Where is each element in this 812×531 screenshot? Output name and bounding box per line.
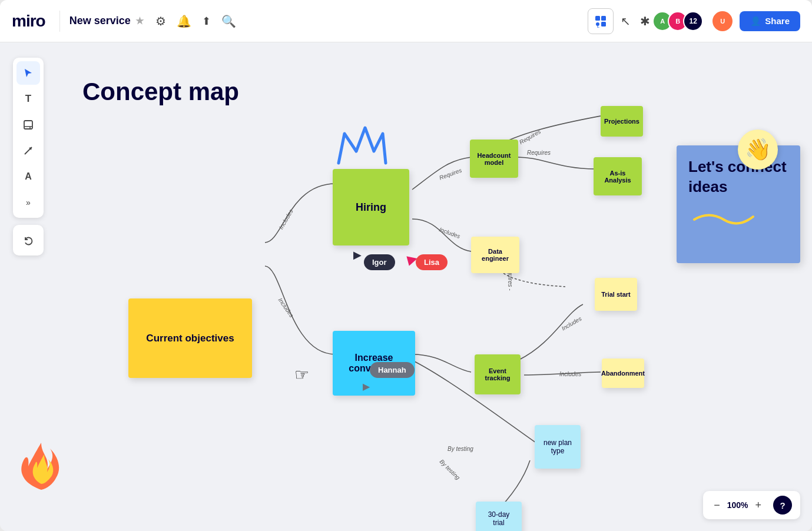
sticky-event-tracking[interactable]: Event tracking — [475, 354, 521, 394]
canvas-title: Concept map — [82, 78, 239, 106]
star-icon[interactable]: ★ — [135, 15, 144, 26]
canvas[interactable]: Includes Includes Requires Requires Requ… — [0, 42, 812, 531]
divider — [59, 11, 60, 32]
sticky-thirty-day-trial[interactable]: 30-day trial — [476, 502, 522, 531]
text-tool[interactable]: T — [16, 87, 40, 111]
chip-hannah: Hannah — [370, 362, 415, 378]
help-button[interactable]: ? — [773, 496, 792, 515]
tool-group-main: T A » — [13, 58, 44, 218]
sticky-hiring[interactable]: Hiring — [333, 169, 409, 245]
zoom-level: 100% — [727, 500, 748, 510]
undo-button[interactable] — [16, 228, 40, 252]
settings-icon[interactable]: ⚙ — [155, 14, 166, 28]
sticky-current-objectives[interactable]: Current objectives — [128, 298, 252, 378]
svg-rect-6 — [24, 121, 32, 129]
line-tool[interactable] — [16, 139, 40, 162]
main-area: T A » — [0, 42, 812, 531]
sticky-trial-start[interactable]: Trial start — [595, 278, 637, 311]
edge-label-includes-2: Includes — [277, 297, 294, 318]
more-tools[interactable]: » — [16, 191, 40, 214]
wave-hand-sticker: 👋 — [738, 130, 778, 170]
miro-logo: miro — [12, 12, 45, 31]
hand-cursor-icon: ☞ — [294, 365, 309, 384]
search-icon[interactable]: 🔍 — [221, 14, 236, 28]
select-tool[interactable] — [16, 61, 40, 85]
edge-label-requires-2: Requires — [527, 150, 551, 156]
notification-icon[interactable]: 🔔 — [177, 14, 191, 28]
zoom-controls: − 100% + ? — [703, 491, 800, 519]
edge-label-includes-3: Includes — [438, 226, 461, 240]
avatars: A B 12 — [657, 11, 703, 31]
left-toolbar: T A » — [9, 48, 47, 265]
edge-label-by-testing-1: By testing — [448, 446, 473, 452]
cursor-mode-icon[interactable]: ↖ — [621, 14, 631, 28]
edge-label-includes-4: Includes — [561, 315, 583, 331]
sticky-new-plan-type[interactable]: new plan type — [535, 425, 581, 469]
board-title: New service ★ — [69, 15, 144, 27]
avatar-current-user: U — [712, 11, 733, 31]
sticky-as-is-analysis[interactable]: As-is Analysis — [594, 157, 642, 195]
sticky-headcount-model[interactable]: Headcount model — [470, 140, 518, 178]
undo-group — [13, 225, 44, 255]
topbar-icons: ⚙ 🔔 ⬆ 🔍 — [155, 14, 236, 28]
topbar: miro New service ★ ⚙ 🔔 ⬆ 🔍 ↖ — [0, 0, 812, 42]
gray-arrow: ▶ — [363, 381, 370, 392]
grid-button[interactable] — [588, 8, 614, 34]
share-upload-icon[interactable]: ⬆ — [202, 15, 211, 28]
note-tool[interactable] — [16, 113, 40, 137]
sticky-projections[interactable]: Projections — [601, 106, 643, 137]
svg-rect-2 — [601, 22, 606, 26]
zoom-out-button[interactable]: − — [711, 500, 722, 510]
edge-label-includes-1: Includes — [278, 208, 294, 231]
share-button[interactable]: 👤 Share — [740, 11, 800, 31]
flame-sticker — [12, 437, 71, 496]
sticky-data-engineer[interactable]: Data engineer — [471, 237, 519, 273]
dark-arrow: ▶ — [353, 248, 362, 261]
share-icon: 👤 — [750, 16, 761, 26]
chip-igor: Igor — [364, 254, 395, 270]
svg-rect-1 — [601, 16, 606, 21]
topbar-right: ↖ ✱ A B 12 U 👤 Share — [588, 8, 800, 34]
zoom-in-button[interactable]: + — [753, 500, 764, 510]
font-tool[interactable]: A — [16, 165, 40, 188]
edge-label-requires-1: Requires — [438, 167, 462, 181]
chip-lisa: Lisa — [416, 254, 448, 270]
avatar-count: 12 — [683, 11, 703, 31]
svg-point-3 — [596, 22, 599, 26]
edge-label-includes-5: Includes — [559, 371, 581, 377]
crown-doodle — [333, 122, 392, 171]
edge-label-requires-3-top: Requires — [518, 128, 542, 146]
connection-lines — [0, 42, 812, 531]
svg-rect-0 — [595, 16, 600, 21]
pen-icon[interactable]: ✱ — [640, 14, 650, 28]
edge-label-by-testing-2: By testing — [439, 458, 462, 481]
sticky-abandonment[interactable]: Abandonment — [602, 359, 644, 388]
